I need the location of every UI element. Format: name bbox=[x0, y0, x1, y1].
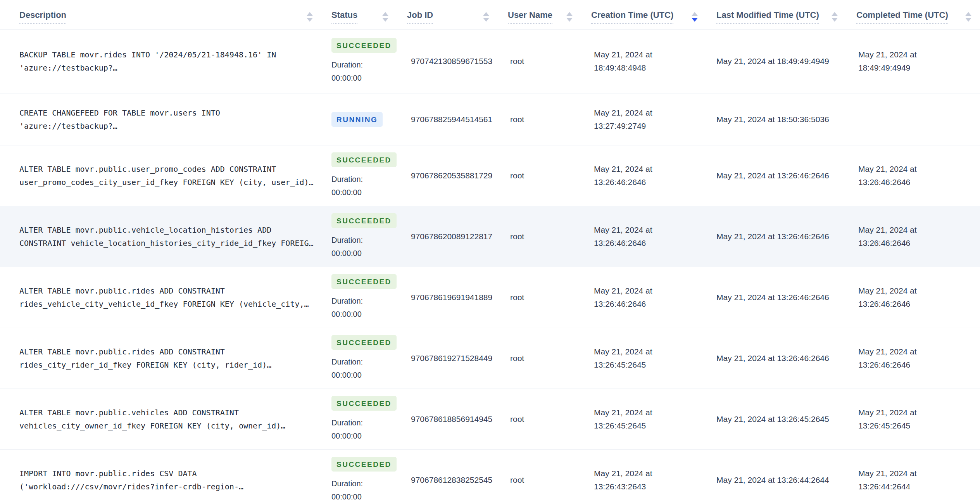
job-description-link[interactable]: ALTER TABLE movr.public.rides ADD CONSTR… bbox=[19, 345, 322, 371]
job-description-link[interactable]: ALTER TABLE movr.public.rides ADD CONSTR… bbox=[19, 284, 322, 311]
completed-time-cell: May 21, 2024 at 18:49:49:4949 bbox=[856, 48, 980, 74]
column-header-completed-time-utc[interactable]: Completed Time (UTC) bbox=[856, 5, 980, 24]
duration-block: Duration:00:00:00 bbox=[331, 416, 407, 443]
sort-desc-icon bbox=[483, 18, 489, 22]
duration-value: 00:00:00 bbox=[331, 308, 407, 321]
duration-block: Duration:00:00:00 bbox=[331, 173, 407, 199]
sort-asc-icon bbox=[382, 12, 388, 16]
status-badge: SUCCEEDED bbox=[331, 213, 397, 228]
completed-time-cell: May 21, 2024 at 13:26:45:2645 bbox=[856, 406, 980, 432]
column-header-user-name[interactable]: User Name bbox=[508, 5, 591, 24]
duration-label: Duration: bbox=[331, 58, 407, 71]
duration-value: 00:00:00 bbox=[331, 490, 407, 501]
duration-block: Duration:00:00:00 bbox=[331, 233, 407, 260]
column-header-description[interactable]: Description bbox=[0, 5, 331, 24]
user-name-cell: root bbox=[508, 293, 591, 302]
sort-asc-icon bbox=[483, 12, 489, 16]
creation-time-cell: May 21, 2024 at 13:26:43:2643 bbox=[591, 467, 716, 493]
duration-block: Duration:00:00:00 bbox=[331, 355, 407, 382]
duration-value: 00:00:00 bbox=[331, 71, 407, 85]
status-badge: SUCCEEDED bbox=[331, 38, 397, 53]
duration-label: Duration: bbox=[331, 173, 407, 186]
job-description-link[interactable]: BACKUP TABLE movr.rides INTO '/2024/05/2… bbox=[19, 48, 322, 74]
creation-time-cell: May 21, 2024 at 13:26:46:2646 bbox=[591, 223, 716, 249]
sort-arrows-icon[interactable] bbox=[832, 12, 838, 22]
duration-block: Duration:00:00:00 bbox=[331, 294, 407, 321]
status-badge: SUCCEEDED bbox=[331, 335, 397, 350]
table-row[interactable]: CREATE CHANGEFEED FOR TABLE movr.users I… bbox=[0, 93, 980, 145]
last-modified-time-cell: May 21, 2024 at 13:26:46:2646 bbox=[716, 352, 856, 365]
duration-block: Duration:00:00:00 bbox=[331, 58, 407, 85]
sort-arrows-icon[interactable] bbox=[382, 12, 388, 22]
sort-arrows-icon[interactable] bbox=[965, 12, 971, 22]
column-header-status[interactable]: Status bbox=[331, 5, 407, 24]
jobs-table-header-row: DescriptionStatusJob IDUser NameCreation… bbox=[0, 0, 980, 29]
duration-value: 00:00:00 bbox=[331, 247, 407, 260]
completed-time-cell: May 21, 2024 at 13:26:46:2646 bbox=[856, 162, 980, 188]
duration-label: Duration: bbox=[331, 294, 407, 308]
table-row[interactable]: ALTER TABLE movr.public.rides ADD CONSTR… bbox=[0, 267, 980, 328]
creation-time-cell: May 21, 2024 at 13:26:45:2645 bbox=[591, 406, 716, 432]
user-name-cell: root bbox=[508, 475, 591, 485]
job-description-link[interactable]: CREATE CHANGEFEED FOR TABLE movr.users I… bbox=[19, 106, 322, 133]
duration-value: 00:00:00 bbox=[331, 368, 407, 382]
job-id-cell: 970742130859671553 bbox=[407, 57, 508, 66]
completed-time-cell: May 21, 2024 at 13:26:44:2644 bbox=[856, 467, 980, 493]
sort-asc-icon bbox=[692, 12, 698, 16]
job-description-link[interactable]: ALTER TABLE movr.public.user_promo_codes… bbox=[19, 162, 322, 189]
sort-desc-icon bbox=[832, 18, 838, 22]
duration-label: Duration: bbox=[331, 233, 407, 247]
completed-time-cell: May 21, 2024 at 13:26:46:2646 bbox=[856, 345, 980, 371]
duration-label: Duration: bbox=[331, 355, 407, 368]
creation-time-cell: May 21, 2024 at 13:26:46:2646 bbox=[591, 284, 716, 310]
last-modified-time-cell: May 21, 2024 at 13:26:45:2645 bbox=[716, 413, 856, 426]
status-badge: SUCCEEDED bbox=[331, 457, 397, 472]
job-id-cell: 970678620535881729 bbox=[407, 171, 508, 180]
user-name-cell: root bbox=[508, 115, 591, 124]
table-row[interactable]: ALTER TABLE movr.public.vehicle_location… bbox=[0, 206, 980, 267]
user-name-cell: root bbox=[508, 57, 591, 66]
column-header-job-id[interactable]: Job ID bbox=[407, 5, 508, 24]
user-name-cell: root bbox=[508, 171, 591, 180]
sort-asc-icon bbox=[307, 12, 313, 16]
job-id-cell: 970678618856914945 bbox=[407, 415, 508, 424]
job-description-link[interactable]: IMPORT INTO movr.public.rides CSV DATA (… bbox=[19, 467, 322, 493]
duration-value: 00:00:00 bbox=[331, 186, 407, 199]
table-row[interactable]: ALTER TABLE movr.public.user_promo_codes… bbox=[0, 145, 980, 206]
last-modified-time-cell: May 21, 2024 at 13:26:46:2646 bbox=[716, 169, 856, 182]
table-row[interactable]: IMPORT INTO movr.public.rides CSV DATA (… bbox=[0, 450, 980, 501]
user-name-cell: root bbox=[508, 354, 591, 363]
status-badge: SUCCEEDED bbox=[331, 396, 397, 411]
sort-asc-icon bbox=[832, 12, 838, 16]
sort-asc-icon bbox=[566, 12, 573, 16]
table-row[interactable]: ALTER TABLE movr.public.rides ADD CONSTR… bbox=[0, 328, 980, 389]
duration-label: Duration: bbox=[331, 477, 407, 490]
sort-desc-icon bbox=[307, 18, 313, 22]
creation-time-cell: May 21, 2024 at 13:27:49:2749 bbox=[591, 106, 716, 132]
column-header-label: User Name bbox=[508, 10, 552, 24]
job-id-cell: 970678619271528449 bbox=[407, 354, 508, 363]
status-badge: SUCCEEDED bbox=[331, 274, 397, 289]
creation-time-cell: May 21, 2024 at 13:26:45:2645 bbox=[591, 345, 716, 371]
sort-asc-icon bbox=[965, 12, 971, 16]
job-description-link[interactable]: ALTER TABLE movr.public.vehicle_location… bbox=[19, 223, 322, 250]
sort-arrows-icon[interactable] bbox=[566, 12, 573, 22]
last-modified-time-cell: May 21, 2024 at 13:26:46:2646 bbox=[716, 230, 856, 243]
sort-desc-icon bbox=[566, 18, 573, 22]
sort-desc-icon bbox=[692, 18, 698, 22]
job-id-cell: 970678825944514561 bbox=[407, 115, 508, 124]
column-header-label: Completed Time (UTC) bbox=[856, 10, 948, 24]
column-header-last-modified-time-utc[interactable]: Last Modified Time (UTC) bbox=[716, 5, 856, 24]
sort-arrows-icon[interactable] bbox=[483, 12, 489, 22]
column-header-label: Status bbox=[331, 10, 357, 24]
column-header-label: Job ID bbox=[407, 10, 433, 24]
table-row[interactable]: ALTER TABLE movr.public.vehicles ADD CON… bbox=[0, 389, 980, 450]
column-header-creation-time-utc[interactable]: Creation Time (UTC) bbox=[591, 5, 716, 24]
sort-arrows-icon[interactable] bbox=[307, 12, 313, 22]
completed-time-cell: May 21, 2024 at 13:26:46:2646 bbox=[856, 284, 980, 310]
jobs-table: DescriptionStatusJob IDUser NameCreation… bbox=[0, 0, 980, 501]
table-row[interactable]: BACKUP TABLE movr.rides INTO '/2024/05/2… bbox=[0, 29, 980, 93]
sort-arrows-icon[interactable] bbox=[692, 12, 698, 22]
job-description-link[interactable]: ALTER TABLE movr.public.vehicles ADD CON… bbox=[19, 406, 322, 432]
column-header-label: Creation Time (UTC) bbox=[591, 10, 673, 24]
